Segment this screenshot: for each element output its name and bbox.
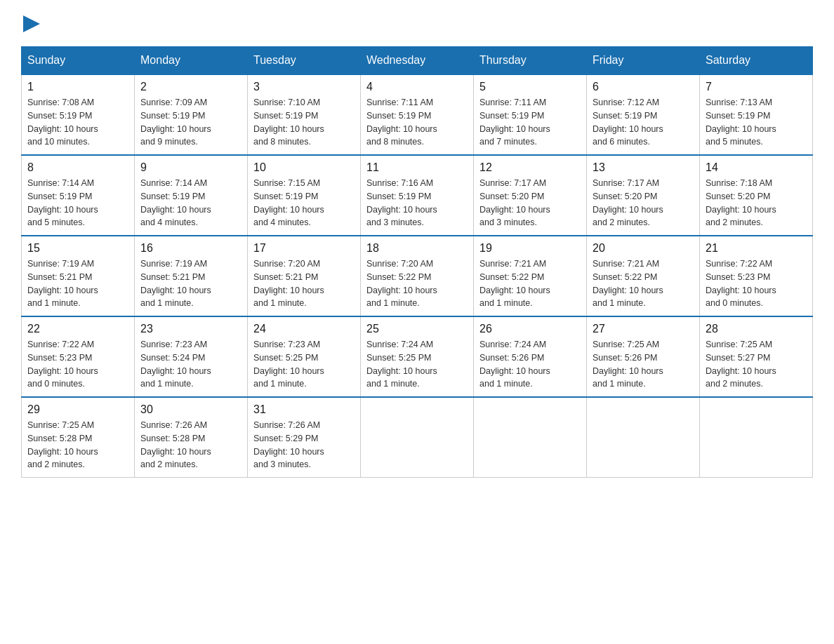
day-number: 22 xyxy=(27,323,128,335)
day-info: Sunrise: 7:13 AMSunset: 5:19 PMDaylight:… xyxy=(706,96,807,149)
calendar-day-cell: 21 Sunrise: 7:22 AMSunset: 5:23 PMDaylig… xyxy=(700,236,813,316)
calendar-day-cell: 12 Sunrise: 7:17 AMSunset: 5:20 PMDaylig… xyxy=(474,155,587,236)
calendar-day-cell: 13 Sunrise: 7:17 AMSunset: 5:20 PMDaylig… xyxy=(587,155,700,236)
day-info: Sunrise: 7:26 AMSunset: 5:28 PMDaylight:… xyxy=(140,419,241,471)
calendar-day-cell: 3 Sunrise: 7:10 AMSunset: 5:19 PMDayligh… xyxy=(248,74,361,155)
day-number: 4 xyxy=(366,81,468,93)
calendar-day-cell: 27 Sunrise: 7:25 AMSunset: 5:26 PMDaylig… xyxy=(587,316,700,397)
day-number: 24 xyxy=(253,323,355,335)
day-info: Sunrise: 7:25 AMSunset: 5:27 PMDaylight:… xyxy=(706,338,807,391)
day-number: 30 xyxy=(140,403,241,416)
day-number: 11 xyxy=(366,161,468,174)
calendar-day-cell: 22 Sunrise: 7:22 AMSunset: 5:23 PMDaylig… xyxy=(22,316,135,397)
weekday-header-tuesday: Tuesday xyxy=(248,47,361,75)
page-header xyxy=(21,14,813,32)
calendar-day-cell xyxy=(361,397,474,478)
calendar-day-cell: 19 Sunrise: 7:21 AMSunset: 5:22 PMDaylig… xyxy=(474,236,587,316)
day-info: Sunrise: 7:17 AMSunset: 5:20 PMDaylight:… xyxy=(593,177,694,229)
weekday-header-sunday: Sunday xyxy=(22,47,135,75)
day-number: 9 xyxy=(140,161,241,174)
day-info: Sunrise: 7:12 AMSunset: 5:19 PMDaylight:… xyxy=(593,96,694,149)
calendar-week-row: 8 Sunrise: 7:14 AMSunset: 5:19 PMDayligh… xyxy=(22,155,813,236)
day-info: Sunrise: 7:15 AMSunset: 5:19 PMDaylight:… xyxy=(253,177,355,229)
day-number: 21 xyxy=(706,242,807,255)
calendar-day-cell: 20 Sunrise: 7:21 AMSunset: 5:22 PMDaylig… xyxy=(587,236,700,316)
calendar-day-cell: 28 Sunrise: 7:25 AMSunset: 5:27 PMDaylig… xyxy=(700,316,813,397)
calendar-day-cell: 6 Sunrise: 7:12 AMSunset: 5:19 PMDayligh… xyxy=(587,74,700,155)
calendar-day-cell: 18 Sunrise: 7:20 AMSunset: 5:22 PMDaylig… xyxy=(361,236,474,316)
day-info: Sunrise: 7:18 AMSunset: 5:20 PMDaylight:… xyxy=(706,177,807,229)
day-number: 25 xyxy=(366,323,468,335)
day-info: Sunrise: 7:08 AMSunset: 5:19 PMDaylight:… xyxy=(27,96,128,149)
day-number: 16 xyxy=(140,242,241,255)
calendar-day-cell: 29 Sunrise: 7:25 AMSunset: 5:28 PMDaylig… xyxy=(22,397,135,478)
day-info: Sunrise: 7:25 AMSunset: 5:28 PMDaylight:… xyxy=(27,419,128,471)
calendar-day-cell: 16 Sunrise: 7:19 AMSunset: 5:21 PMDaylig… xyxy=(135,236,248,316)
calendar-week-row: 29 Sunrise: 7:25 AMSunset: 5:28 PMDaylig… xyxy=(22,397,813,478)
calendar-day-cell: 9 Sunrise: 7:14 AMSunset: 5:19 PMDayligh… xyxy=(135,155,248,236)
day-number: 1 xyxy=(27,81,128,93)
day-number: 27 xyxy=(593,323,694,335)
weekday-header-wednesday: Wednesday xyxy=(361,47,474,75)
day-number: 20 xyxy=(593,242,694,255)
day-number: 26 xyxy=(479,323,581,335)
calendar-day-cell: 25 Sunrise: 7:24 AMSunset: 5:25 PMDaylig… xyxy=(361,316,474,397)
calendar-day-cell: 23 Sunrise: 7:23 AMSunset: 5:24 PMDaylig… xyxy=(135,316,248,397)
day-info: Sunrise: 7:19 AMSunset: 5:21 PMDaylight:… xyxy=(27,257,128,310)
day-info: Sunrise: 7:20 AMSunset: 5:21 PMDaylight:… xyxy=(253,257,355,310)
logo xyxy=(21,14,40,32)
day-number: 29 xyxy=(27,403,128,416)
svg-marker-0 xyxy=(23,15,40,32)
calendar-day-cell: 15 Sunrise: 7:19 AMSunset: 5:21 PMDaylig… xyxy=(22,236,135,316)
day-number: 7 xyxy=(706,81,807,93)
calendar-day-cell: 1 Sunrise: 7:08 AMSunset: 5:19 PMDayligh… xyxy=(22,74,135,155)
day-number: 18 xyxy=(366,242,468,255)
calendar-day-cell xyxy=(587,397,700,478)
calendar-week-row: 1 Sunrise: 7:08 AMSunset: 5:19 PMDayligh… xyxy=(22,74,813,155)
calendar-day-cell: 2 Sunrise: 7:09 AMSunset: 5:19 PMDayligh… xyxy=(135,74,248,155)
calendar-day-cell: 24 Sunrise: 7:23 AMSunset: 5:25 PMDaylig… xyxy=(248,316,361,397)
day-info: Sunrise: 7:22 AMSunset: 5:23 PMDaylight:… xyxy=(27,338,128,391)
calendar-day-cell: 11 Sunrise: 7:16 AMSunset: 5:19 PMDaylig… xyxy=(361,155,474,236)
weekday-header-thursday: Thursday xyxy=(474,47,587,75)
day-info: Sunrise: 7:24 AMSunset: 5:26 PMDaylight:… xyxy=(479,338,581,391)
day-info: Sunrise: 7:11 AMSunset: 5:19 PMDaylight:… xyxy=(366,96,468,149)
day-info: Sunrise: 7:09 AMSunset: 5:19 PMDaylight:… xyxy=(140,96,241,149)
day-info: Sunrise: 7:14 AMSunset: 5:19 PMDaylight:… xyxy=(140,177,241,229)
day-number: 17 xyxy=(253,242,355,255)
day-number: 14 xyxy=(706,161,807,174)
day-number: 12 xyxy=(479,161,581,174)
day-number: 2 xyxy=(140,81,241,93)
day-number: 15 xyxy=(27,242,128,255)
day-info: Sunrise: 7:16 AMSunset: 5:19 PMDaylight:… xyxy=(366,177,468,229)
day-number: 13 xyxy=(593,161,694,174)
day-info: Sunrise: 7:10 AMSunset: 5:19 PMDaylight:… xyxy=(253,96,355,149)
calendar-day-cell: 30 Sunrise: 7:26 AMSunset: 5:28 PMDaylig… xyxy=(135,397,248,478)
day-info: Sunrise: 7:21 AMSunset: 5:22 PMDaylight:… xyxy=(479,257,581,310)
day-info: Sunrise: 7:14 AMSunset: 5:19 PMDaylight:… xyxy=(27,177,128,229)
day-info: Sunrise: 7:23 AMSunset: 5:25 PMDaylight:… xyxy=(253,338,355,391)
calendar-week-row: 15 Sunrise: 7:19 AMSunset: 5:21 PMDaylig… xyxy=(22,236,813,316)
day-number: 28 xyxy=(706,323,807,335)
day-info: Sunrise: 7:26 AMSunset: 5:29 PMDaylight:… xyxy=(253,419,355,471)
weekday-header-monday: Monday xyxy=(135,47,248,75)
day-number: 10 xyxy=(253,161,355,174)
day-number: 19 xyxy=(479,242,581,255)
calendar-table: SundayMondayTuesdayWednesdayThursdayFrid… xyxy=(21,46,813,478)
calendar-day-cell: 31 Sunrise: 7:26 AMSunset: 5:29 PMDaylig… xyxy=(248,397,361,478)
calendar-day-cell xyxy=(700,397,813,478)
day-info: Sunrise: 7:20 AMSunset: 5:22 PMDaylight:… xyxy=(366,257,468,310)
day-info: Sunrise: 7:24 AMSunset: 5:25 PMDaylight:… xyxy=(366,338,468,391)
calendar-day-cell: 17 Sunrise: 7:20 AMSunset: 5:21 PMDaylig… xyxy=(248,236,361,316)
day-number: 5 xyxy=(479,81,581,93)
day-info: Sunrise: 7:11 AMSunset: 5:19 PMDaylight:… xyxy=(479,96,581,149)
weekday-header-row: SundayMondayTuesdayWednesdayThursdayFrid… xyxy=(22,47,813,75)
calendar-day-cell: 14 Sunrise: 7:18 AMSunset: 5:20 PMDaylig… xyxy=(700,155,813,236)
day-number: 6 xyxy=(593,81,694,93)
day-info: Sunrise: 7:17 AMSunset: 5:20 PMDaylight:… xyxy=(479,177,581,229)
calendar-day-cell: 8 Sunrise: 7:14 AMSunset: 5:19 PMDayligh… xyxy=(22,155,135,236)
day-info: Sunrise: 7:23 AMSunset: 5:24 PMDaylight:… xyxy=(140,338,241,391)
day-number: 23 xyxy=(140,323,241,335)
day-number: 31 xyxy=(253,403,355,416)
day-info: Sunrise: 7:21 AMSunset: 5:22 PMDaylight:… xyxy=(593,257,694,310)
